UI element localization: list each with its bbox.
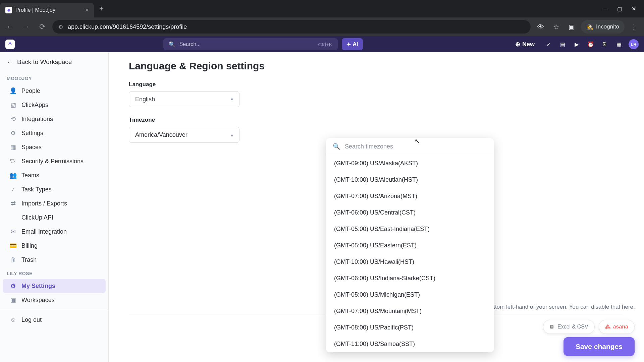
incognito-badge[interactable]: 🕵 Incognito (581, 20, 625, 34)
timezone-value: America/Vancouver (135, 131, 187, 138)
timezone-search-input[interactable]: 🔍 Search timezones (326, 138, 494, 155)
sidebar-item-clickup-api[interactable]: ClickUp API (3, 210, 106, 225)
timezone-label: Timezone (129, 117, 624, 123)
sidebar-item-workspaces[interactable]: ▣Workspaces (3, 293, 106, 307)
sidebar-item-email-integration[interactable]: ✉Email Integration (3, 225, 106, 239)
sidebar-item-label: Trash (21, 256, 37, 263)
ai-button[interactable]: ✦ AI (342, 38, 363, 50)
sidebar-icon: ✉ (9, 228, 17, 235)
sidebar-item-label: Teams (21, 172, 39, 179)
sidebar-item-imports-exports[interactable]: ⇄Imports / Exports (3, 196, 106, 210)
bookmark-icon[interactable]: ☆ (550, 21, 562, 33)
minimize-icon[interactable]: — (602, 6, 608, 12)
timezone-option[interactable]: (GMT-08:00) US/Pacific(PST) (326, 319, 494, 336)
forward-icon[interactable]: → (20, 21, 32, 33)
asana-badge[interactable]: ⁂ asana (599, 320, 635, 334)
eye-off-icon[interactable]: 👁 (535, 21, 547, 33)
browser-tab-bar: ◆ Profile | Moodjoy × + — ▢ ✕ (0, 0, 644, 17)
app-logo-icon[interactable] (5, 40, 15, 49)
timezone-dropdown: 🔍 Search timezones (GMT-09:00) US/Alaska… (326, 138, 494, 352)
sidebar-item-billing[interactable]: 💳Billing (3, 239, 106, 253)
alarm-icon[interactable]: ⏰ (586, 40, 595, 49)
chevron-down-icon: ▾ (231, 97, 233, 102)
timezone-option[interactable]: (GMT-05:00) US/East-Indiana(EST) (326, 221, 494, 237)
language-select[interactable]: English ▾ (129, 91, 239, 107)
timezone-option[interactable]: (GMT-06:00) US/Indiana-Starke(CST) (326, 270, 494, 287)
back-icon[interactable]: ← (4, 21, 16, 33)
ai-label: AI (353, 41, 358, 47)
sidebar-icon: ⚙ (9, 129, 17, 137)
page-title: Language & Region settings (129, 60, 624, 72)
sidebar-item-label: Settings (21, 130, 43, 137)
sidebar-item-label: Security & Permissions (21, 158, 84, 165)
app-header: 🔍 Search... Ctrl+K ✦ AI ⊕ New ✓ ▤ ▶ ⏰ 🗎 … (0, 36, 644, 52)
timezone-option[interactable]: (GMT-05:00) US/Michigan(EST) (326, 287, 494, 303)
timezone-select[interactable]: America/Vancouver ▴ (129, 127, 239, 143)
timezone-option[interactable]: (GMT-10:00) US/Aleutian(HST) (326, 172, 494, 188)
sidebar-item-spaces[interactable]: ▦Spaces (3, 140, 106, 154)
document-icon[interactable]: 🗎 (600, 40, 609, 49)
search-shortcut: Ctrl+K (318, 42, 332, 47)
close-tab-icon[interactable]: × (85, 7, 89, 14)
timezone-option[interactable]: (GMT-11:00) US/Samoa(SST) (326, 336, 494, 352)
maximize-icon[interactable]: ▢ (617, 6, 622, 12)
check-circle-icon[interactable]: ✓ (544, 40, 553, 49)
sidebar-section-user: LILY ROSE (0, 267, 108, 279)
timezone-option[interactable]: (GMT-10:00) US/Hawaii(HST) (326, 254, 494, 270)
sidebar-item-clickapps[interactable]: ▧ClickApps (3, 98, 106, 112)
main-content: Language & Region settings Language Engl… (109, 52, 644, 362)
save-changes-button[interactable]: Save changes (564, 337, 635, 356)
sidebar-item-logout[interactable]: ⎋ Log out (3, 313, 106, 327)
incognito-label: Incognito (596, 23, 619, 30)
sidebar-item-integrations[interactable]: ⟲Integrations (3, 112, 106, 126)
sidebar-icon: ⟲ (9, 115, 17, 123)
file-icon: 🗎 (549, 324, 555, 330)
omnibox[interactable]: ⚙ app.clickup.com/9016164592/settings/pr… (52, 20, 531, 34)
chevron-up-icon: ▴ (231, 132, 233, 137)
excel-csv-badge[interactable]: 🗎 Excel & CSV (543, 320, 595, 334)
timezone-option[interactable]: (GMT-07:00) US/Arizona(MST) (326, 188, 494, 204)
notepad-icon[interactable]: ▤ (558, 40, 567, 49)
menu-icon[interactable]: ⋮ (628, 21, 640, 33)
browser-tab[interactable]: ◆ Profile | Moodjoy × (0, 3, 94, 17)
sidebar-item-label: Email Integration (21, 228, 67, 235)
sidebar-item-task-types[interactable]: ✓Task Types (3, 182, 106, 196)
sidebar-section-workspace: MOODJOY (0, 72, 108, 84)
video-icon[interactable]: ▶ (572, 40, 581, 49)
search-icon: 🔍 (169, 41, 175, 48)
new-tab-button[interactable]: + (99, 4, 104, 13)
timezone-option[interactable]: (GMT-05:00) US/Eastern(EST) (326, 237, 494, 254)
reload-icon[interactable]: ⟳ (36, 21, 48, 33)
close-window-icon[interactable]: ✕ (632, 6, 636, 12)
sidebar-item-people[interactable]: 👤People (3, 84, 106, 98)
timezone-option[interactable]: (GMT-07:00) US/Mountain(MST) (326, 303, 494, 319)
panel-icon[interactable]: ▣ (566, 21, 578, 33)
asana-label: asana (613, 324, 628, 330)
sidebar-item-settings[interactable]: ⚙Settings (3, 126, 106, 140)
sidebar-item-my-settings[interactable]: ⚙My Settings (3, 279, 106, 293)
timezone-option[interactable]: (GMT-09:00) US/Alaska(AKST) (326, 155, 494, 172)
sidebar-item-label: Imports / Exports (21, 200, 67, 207)
sidebar-icon: ▦ (9, 143, 17, 151)
sidebar-icon (9, 214, 17, 221)
sidebar-item-trash[interactable]: 🗑Trash (3, 253, 106, 267)
global-search-input[interactable]: 🔍 Search... Ctrl+K (163, 38, 338, 50)
site-info-icon[interactable]: ⚙ (58, 24, 63, 30)
search-icon: 🔍 (333, 143, 340, 150)
avatar[interactable]: LR (629, 39, 639, 49)
arrow-left-icon: ← (7, 58, 13, 66)
sidebar-item-label: Billing (21, 242, 38, 249)
timezone-option[interactable]: (GMT-06:00) US/Central(CST) (326, 204, 494, 221)
plus-circle-icon: ⊕ (515, 41, 520, 48)
sidebar-icon: 👤 (9, 87, 17, 95)
sidebar-item-teams[interactable]: 👥Teams (3, 168, 106, 182)
new-button[interactable]: ⊕ New (515, 41, 535, 48)
back-to-workspace[interactable]: ← Back to Workspace (0, 52, 108, 72)
apps-grid-icon[interactable]: ▦ (614, 40, 623, 49)
sidebar-item-label: Task Types (21, 186, 52, 193)
tab-favicon-icon: ◆ (5, 7, 12, 13)
sidebar-item-label: ClickApps (21, 102, 48, 109)
settings-sidebar: ← Back to Workspace MOODJOY 👤People▧Clic… (0, 52, 109, 362)
sparkle-icon: ✦ (346, 41, 351, 48)
sidebar-item-security-permissions[interactable]: 🛡Security & Permissions (3, 154, 106, 168)
